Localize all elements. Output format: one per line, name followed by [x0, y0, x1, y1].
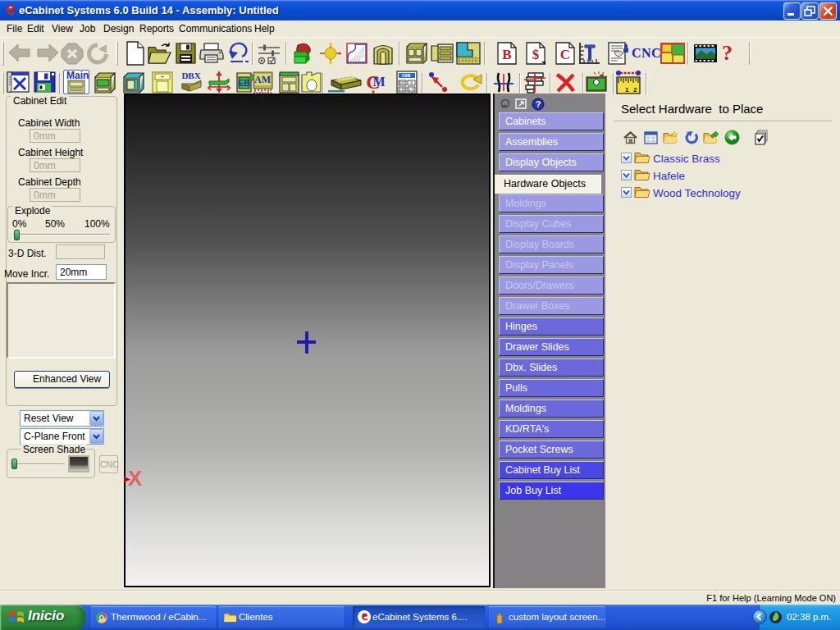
- svg-text:B: B: [502, 47, 511, 62]
- svg-text:AM: AM: [254, 74, 271, 85]
- svg-text:CON: CON: [402, 73, 410, 79]
- svg-text:2: 2: [633, 86, 637, 94]
- svg-text:0: 0: [410, 81, 413, 85]
- svg-text:1/2: 1/2: [408, 88, 414, 92]
- svg-text:C: C: [560, 47, 570, 62]
- svg-text:DBX: DBX: [181, 71, 200, 80]
- svg-text:EB: EB: [239, 79, 250, 88]
- svg-text:?: ?: [536, 99, 541, 109]
- svg-text:EXC: EXC: [399, 81, 405, 85]
- svg-text:1: 1: [625, 86, 629, 94]
- svg-text:$: $: [532, 47, 540, 62]
- svg-text:M: M: [372, 75, 385, 89]
- svg-text:CID: CID: [399, 88, 405, 92]
